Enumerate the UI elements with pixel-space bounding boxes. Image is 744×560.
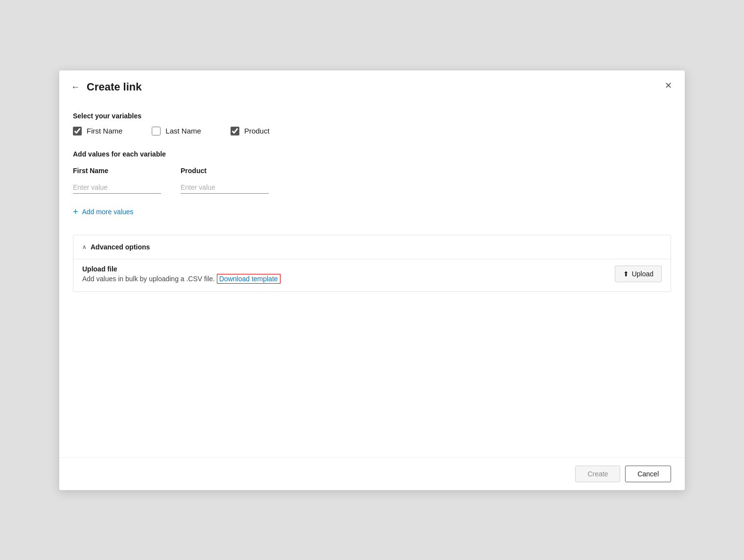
- last-name-label: Last Name: [165, 127, 201, 135]
- add-more-label: Add more values: [82, 208, 134, 216]
- upload-icon: ⬆: [623, 270, 629, 278]
- upload-description: Add values in bulk by uploading a .CSV f…: [82, 275, 280, 283]
- advanced-options-title: Advanced options: [91, 243, 150, 251]
- upload-info: Upload file Add values in bulk by upload…: [82, 265, 280, 283]
- product-column-header: Product: [181, 167, 269, 175]
- create-link-dialog: ← Create link ✕ Select your variables Fi…: [59, 70, 685, 491]
- last-name-checkbox-item[interactable]: Last Name: [152, 127, 201, 135]
- back-button[interactable]: ←: [69, 80, 82, 94]
- dialog-footer: Create Cancel: [59, 457, 685, 490]
- close-button[interactable]: ✕: [662, 79, 675, 92]
- first-name-checkbox[interactable]: [73, 127, 82, 135]
- add-values-section: Add values for each variable First Name …: [73, 150, 671, 220]
- product-label: Product: [244, 127, 270, 135]
- download-template-link[interactable]: Download template: [217, 274, 280, 284]
- product-checkbox[interactable]: [231, 127, 239, 135]
- product-column: Product: [181, 167, 269, 194]
- plus-icon: +: [73, 207, 78, 216]
- dialog-content: Select your variables First Name Last Na…: [59, 102, 685, 457]
- last-name-checkbox[interactable]: [152, 127, 161, 135]
- advanced-options-section: ∧ Advanced options Upload file Add value…: [73, 235, 671, 292]
- create-button[interactable]: Create: [575, 466, 620, 482]
- product-input[interactable]: [181, 181, 269, 194]
- first-name-input[interactable]: [73, 181, 161, 194]
- chevron-up-icon: ∧: [82, 244, 87, 250]
- upload-desc-prefix: Add values in bulk by uploading a .CSV f…: [82, 275, 215, 283]
- upload-button[interactable]: ⬆ Upload: [615, 266, 662, 282]
- upload-button-label: Upload: [632, 270, 653, 278]
- dialog-title: Create link: [87, 81, 142, 93]
- variables-row: First Name Last Name Product: [73, 127, 671, 135]
- upload-file-title: Upload file: [82, 265, 280, 273]
- dialog-header: ← Create link ✕: [59, 70, 685, 102]
- first-name-column-header: First Name: [73, 167, 161, 175]
- advanced-options-toggle[interactable]: ∧ Advanced options: [73, 235, 671, 259]
- first-name-label: First Name: [87, 127, 122, 135]
- variables-section-label: Select your variables: [73, 112, 671, 120]
- advanced-options-body: Upload file Add values in bulk by upload…: [73, 259, 671, 291]
- add-values-title: Add values for each variable: [73, 150, 671, 158]
- product-checkbox-item[interactable]: Product: [231, 127, 270, 135]
- cancel-button[interactable]: Cancel: [625, 466, 671, 482]
- first-name-checkbox-item[interactable]: First Name: [73, 127, 122, 135]
- add-more-button[interactable]: + Add more values: [73, 203, 134, 220]
- first-name-column: First Name: [73, 167, 161, 194]
- values-columns: First Name Product: [73, 167, 671, 194]
